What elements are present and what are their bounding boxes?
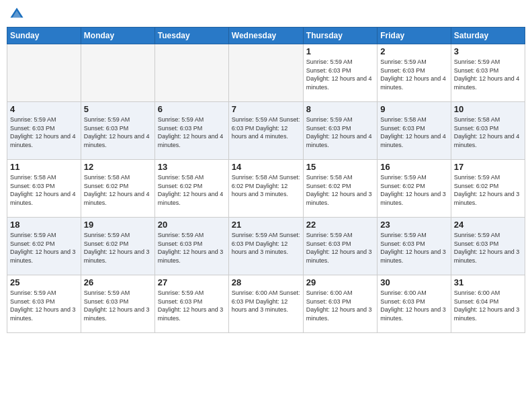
day-cell: 15Sunrise: 5:58 AM Sunset: 6:02 PM Dayli… bbox=[303, 160, 377, 218]
day-number: 14 bbox=[232, 162, 300, 172]
day-number: 27 bbox=[158, 277, 226, 287]
weekday-header-sunday: Sunday bbox=[7, 28, 81, 44]
weekday-header-friday: Friday bbox=[378, 28, 451, 44]
day-number: 17 bbox=[454, 162, 522, 172]
weekday-header-tuesday: Tuesday bbox=[154, 28, 228, 44]
day-info: Sunrise: 5:59 AM Sunset: 6:03 PM Dayligh… bbox=[84, 116, 152, 149]
day-number: 28 bbox=[232, 277, 300, 287]
day-number: 6 bbox=[158, 104, 226, 114]
day-info: Sunrise: 5:59 AM Sunset: 6:03 PM Dayligh… bbox=[10, 116, 78, 149]
day-info: Sunrise: 5:59 AM Sunset: 6:03 PM Dayligh… bbox=[306, 231, 374, 265]
week-row-5: 25Sunrise: 5:59 AM Sunset: 6:03 PM Dayli… bbox=[7, 275, 525, 333]
day-cell: 19Sunrise: 5:59 AM Sunset: 6:02 PM Dayli… bbox=[81, 218, 154, 275]
day-cell: 20Sunrise: 5:59 AM Sunset: 6:03 PM Dayli… bbox=[154, 218, 228, 275]
day-cell: 29Sunrise: 6:00 AM Sunset: 6:03 PM Dayli… bbox=[303, 275, 377, 333]
day-cell: 21Sunrise: 5:59 AM Sunset: 6:03 PM Dayli… bbox=[228, 218, 303, 275]
day-number: 25 bbox=[10, 277, 78, 287]
day-number: 11 bbox=[10, 162, 78, 172]
day-cell: 5Sunrise: 5:59 AM Sunset: 6:03 PM Daylig… bbox=[81, 102, 154, 160]
day-info: Sunrise: 5:58 AM Sunset: 6:03 PM Dayligh… bbox=[10, 173, 78, 207]
day-cell: 3Sunrise: 5:59 AM Sunset: 6:03 PM Daylig… bbox=[451, 44, 525, 102]
day-cell: 10Sunrise: 5:58 AM Sunset: 6:03 PM Dayli… bbox=[451, 102, 525, 160]
day-info: Sunrise: 5:59 AM Sunset: 6:03 PM Dayligh… bbox=[454, 231, 522, 265]
day-number: 12 bbox=[84, 162, 152, 172]
day-info: Sunrise: 5:59 AM Sunset: 6:03 PM Dayligh… bbox=[380, 231, 447, 265]
day-number: 4 bbox=[10, 104, 78, 114]
day-cell: 22Sunrise: 5:59 AM Sunset: 6:03 PM Dayli… bbox=[303, 218, 377, 275]
day-info: Sunrise: 5:59 AM Sunset: 6:02 PM Dayligh… bbox=[454, 173, 522, 207]
day-number: 1 bbox=[306, 46, 374, 56]
day-number: 10 bbox=[454, 104, 522, 114]
day-info: Sunrise: 5:59 AM Sunset: 6:03 PM Dayligh… bbox=[84, 289, 152, 322]
day-cell: 13Sunrise: 5:58 AM Sunset: 6:02 PM Dayli… bbox=[154, 160, 228, 218]
weekday-header-wednesday: Wednesday bbox=[228, 28, 303, 44]
day-cell bbox=[228, 44, 303, 102]
day-info: Sunrise: 5:58 AM Sunset: 6:03 PM Dayligh… bbox=[380, 116, 447, 149]
day-cell: 28Sunrise: 6:00 AM Sunset: 6:03 PM Dayli… bbox=[228, 275, 303, 333]
day-info: Sunrise: 5:59 AM Sunset: 6:02 PM Dayligh… bbox=[84, 231, 152, 265]
day-cell: 26Sunrise: 5:59 AM Sunset: 6:03 PM Dayli… bbox=[81, 275, 154, 333]
day-cell: 6Sunrise: 5:59 AM Sunset: 6:03 PM Daylig… bbox=[154, 102, 228, 160]
day-number: 15 bbox=[306, 162, 374, 172]
day-cell: 1Sunrise: 5:59 AM Sunset: 6:03 PM Daylig… bbox=[303, 44, 377, 102]
day-info: Sunrise: 5:59 AM Sunset: 6:03 PM Dayligh… bbox=[232, 231, 300, 257]
day-info: Sunrise: 5:59 AM Sunset: 6:03 PM Dayligh… bbox=[232, 116, 300, 141]
weekday-header-monday: Monday bbox=[81, 28, 154, 44]
day-number: 24 bbox=[454, 220, 522, 230]
day-info: Sunrise: 5:58 AM Sunset: 6:02 PM Dayligh… bbox=[232, 173, 300, 199]
day-info: Sunrise: 5:59 AM Sunset: 6:03 PM Dayligh… bbox=[158, 116, 226, 149]
day-number: 8 bbox=[306, 104, 374, 114]
day-info: Sunrise: 5:59 AM Sunset: 6:03 PM Dayligh… bbox=[158, 231, 226, 265]
day-info: Sunrise: 5:59 AM Sunset: 6:03 PM Dayligh… bbox=[454, 58, 522, 91]
weekday-header-thursday: Thursday bbox=[303, 28, 377, 44]
day-cell bbox=[81, 44, 154, 102]
day-info: Sunrise: 5:59 AM Sunset: 6:02 PM Dayligh… bbox=[380, 173, 447, 207]
day-cell bbox=[7, 44, 81, 102]
day-number: 16 bbox=[380, 162, 447, 172]
day-info: Sunrise: 5:59 AM Sunset: 6:02 PM Dayligh… bbox=[10, 231, 78, 265]
week-row-3: 11Sunrise: 5:58 AM Sunset: 6:03 PM Dayli… bbox=[7, 160, 525, 218]
day-cell: 18Sunrise: 5:59 AM Sunset: 6:02 PM Dayli… bbox=[7, 218, 81, 275]
weekday-header-row: SundayMondayTuesdayWednesdayThursdayFrid… bbox=[7, 28, 525, 44]
day-cell: 27Sunrise: 5:59 AM Sunset: 6:03 PM Dayli… bbox=[154, 275, 228, 333]
day-number: 20 bbox=[158, 220, 226, 230]
day-info: Sunrise: 5:59 AM Sunset: 6:03 PM Dayligh… bbox=[10, 289, 78, 322]
day-number: 29 bbox=[306, 277, 374, 287]
day-info: Sunrise: 5:58 AM Sunset: 6:03 PM Dayligh… bbox=[454, 116, 522, 149]
day-info: Sunrise: 6:00 AM Sunset: 6:03 PM Dayligh… bbox=[306, 289, 374, 322]
day-number: 3 bbox=[454, 46, 522, 56]
day-cell: 23Sunrise: 5:59 AM Sunset: 6:03 PM Dayli… bbox=[378, 218, 451, 275]
day-number: 7 bbox=[232, 104, 300, 114]
day-cell: 17Sunrise: 5:59 AM Sunset: 6:02 PM Dayli… bbox=[451, 160, 525, 218]
day-cell: 2Sunrise: 5:59 AM Sunset: 6:03 PM Daylig… bbox=[378, 44, 451, 102]
day-cell: 30Sunrise: 6:00 AM Sunset: 6:03 PM Dayli… bbox=[378, 275, 451, 333]
day-number: 22 bbox=[306, 220, 374, 230]
day-number: 23 bbox=[380, 220, 447, 230]
page-header bbox=[7, 7, 525, 21]
day-number: 31 bbox=[454, 277, 522, 287]
week-row-2: 4Sunrise: 5:59 AM Sunset: 6:03 PM Daylig… bbox=[7, 102, 525, 160]
day-cell: 31Sunrise: 6:00 AM Sunset: 6:04 PM Dayli… bbox=[451, 275, 525, 333]
day-info: Sunrise: 5:58 AM Sunset: 6:02 PM Dayligh… bbox=[306, 173, 374, 207]
day-info: Sunrise: 5:59 AM Sunset: 6:03 PM Dayligh… bbox=[306, 58, 374, 91]
day-number: 9 bbox=[380, 104, 447, 114]
day-cell: 11Sunrise: 5:58 AM Sunset: 6:03 PM Dayli… bbox=[7, 160, 81, 218]
day-info: Sunrise: 5:59 AM Sunset: 6:03 PM Dayligh… bbox=[158, 289, 226, 322]
day-info: Sunrise: 6:00 AM Sunset: 6:03 PM Dayligh… bbox=[380, 289, 447, 322]
day-number: 18 bbox=[10, 220, 78, 230]
week-row-4: 18Sunrise: 5:59 AM Sunset: 6:02 PM Dayli… bbox=[7, 218, 525, 275]
day-number: 19 bbox=[84, 220, 152, 230]
day-number: 30 bbox=[380, 277, 447, 287]
day-cell: 12Sunrise: 5:58 AM Sunset: 6:02 PM Dayli… bbox=[81, 160, 154, 218]
day-cell: 25Sunrise: 5:59 AM Sunset: 6:03 PM Dayli… bbox=[7, 275, 81, 333]
calendar-table: SundayMondayTuesdayWednesdayThursdayFrid… bbox=[7, 27, 525, 333]
day-number: 5 bbox=[84, 104, 152, 114]
day-number: 13 bbox=[158, 162, 226, 172]
day-cell: 4Sunrise: 5:59 AM Sunset: 6:03 PM Daylig… bbox=[7, 102, 81, 160]
day-cell: 16Sunrise: 5:59 AM Sunset: 6:02 PM Dayli… bbox=[378, 160, 451, 218]
day-info: Sunrise: 6:00 AM Sunset: 6:04 PM Dayligh… bbox=[454, 289, 522, 322]
day-info: Sunrise: 6:00 AM Sunset: 6:03 PM Dayligh… bbox=[232, 289, 300, 314]
day-info: Sunrise: 5:59 AM Sunset: 6:03 PM Dayligh… bbox=[380, 58, 447, 91]
day-info: Sunrise: 5:58 AM Sunset: 6:02 PM Dayligh… bbox=[158, 173, 226, 207]
day-number: 26 bbox=[84, 277, 152, 287]
